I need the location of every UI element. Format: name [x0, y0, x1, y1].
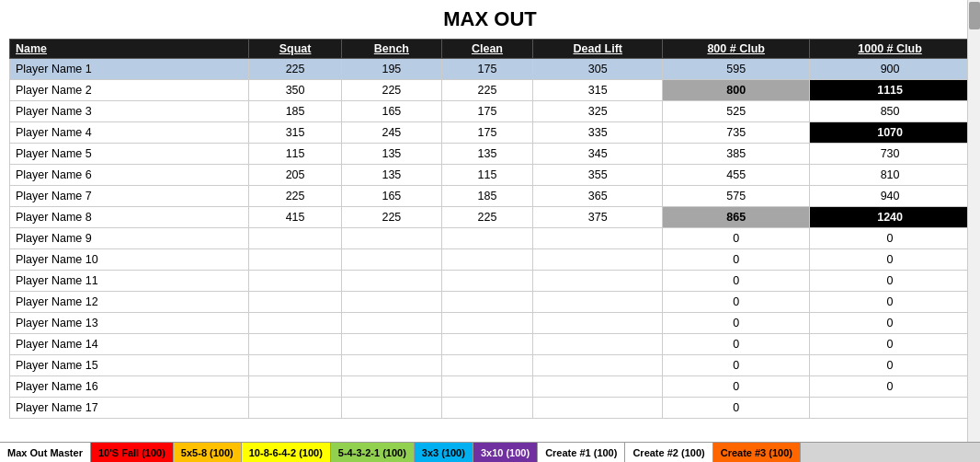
cell-bench[interactable]	[342, 376, 441, 398]
cell-squat[interactable]: 315	[249, 122, 342, 144]
table-row[interactable]: Player Name 1225195175305595900	[10, 59, 971, 80]
cell-deadlift[interactable]: 345	[533, 144, 663, 165]
cell-deadlift[interactable]: 325	[533, 101, 663, 122]
cell-800club[interactable]: 385	[663, 144, 810, 165]
cell-1000club[interactable]: 940	[810, 186, 971, 207]
cell-name[interactable]: Player Name 5	[10, 144, 249, 165]
cell-squat[interactable]	[249, 376, 342, 398]
cell-name[interactable]: Player Name 4	[10, 122, 249, 144]
cell-clean[interactable]: 175	[441, 59, 533, 80]
cell-squat[interactable]	[249, 334, 342, 355]
tab-create3[interactable]: Create #3 (100)	[713, 443, 801, 462]
table-row[interactable]: Player Name 43152451753357351070	[10, 122, 971, 144]
cell-squat[interactable]	[249, 228, 342, 249]
cell-1000club[interactable]: 0	[810, 355, 971, 376]
cell-squat[interactable]	[249, 313, 342, 334]
cell-1000club[interactable]: 0	[810, 313, 971, 334]
table-row[interactable]: Player Name 1100	[10, 271, 971, 292]
cell-clean[interactable]	[441, 313, 533, 334]
cell-squat[interactable]	[249, 249, 342, 271]
table-row[interactable]: Player Name 1400	[10, 334, 971, 355]
cell-800club[interactable]: 455	[663, 165, 810, 186]
cell-name[interactable]: Player Name 6	[10, 165, 249, 186]
cell-squat[interactable]: 225	[249, 186, 342, 207]
cell-bench[interactable]	[342, 271, 441, 292]
cell-squat[interactable]: 115	[249, 144, 342, 165]
tab-create2[interactable]: Create #2 (100)	[625, 443, 712, 462]
cell-clean[interactable]	[441, 334, 533, 355]
cell-bench[interactable]	[342, 313, 441, 334]
cell-clean[interactable]	[441, 398, 533, 419]
cell-bench[interactable]: 245	[342, 122, 441, 144]
cell-1000club[interactable]: 0	[810, 249, 971, 271]
cell-deadlift[interactable]: 305	[533, 59, 663, 80]
cell-name[interactable]: Player Name 9	[10, 228, 249, 249]
tab-10sfall[interactable]: 10'S Fall (100)	[91, 443, 174, 462]
cell-800club[interactable]: 0	[663, 355, 810, 376]
table-row[interactable]: Player Name 1500	[10, 355, 971, 376]
tab-3x10[interactable]: 3x10 (100)	[473, 443, 538, 462]
cell-bench[interactable]	[342, 355, 441, 376]
cell-name[interactable]: Player Name 14	[10, 334, 249, 355]
cell-800club[interactable]: 800	[663, 80, 810, 101]
scrollbar[interactable]	[967, 0, 980, 442]
cell-1000club[interactable]: 730	[810, 144, 971, 165]
cell-clean[interactable]: 135	[441, 144, 533, 165]
cell-bench[interactable]: 195	[342, 59, 441, 80]
cell-bench[interactable]	[342, 398, 441, 419]
cell-squat[interactable]: 350	[249, 80, 342, 101]
cell-clean[interactable]	[441, 249, 533, 271]
cell-800club[interactable]: 0	[663, 271, 810, 292]
cell-bench[interactable]	[342, 334, 441, 355]
table-row[interactable]: Player Name 7225165185365575940	[10, 186, 971, 207]
table-row[interactable]: Player Name 1300	[10, 313, 971, 334]
cell-1000club[interactable]: 0	[810, 271, 971, 292]
cell-800club[interactable]: 0	[663, 398, 810, 419]
cell-1000club[interactable]: 0	[810, 334, 971, 355]
tab-5x58[interactable]: 5x5-8 (100)	[174, 443, 242, 462]
cell-800club[interactable]: 575	[663, 186, 810, 207]
cell-deadlift[interactable]	[533, 313, 663, 334]
cell-clean[interactable]: 225	[441, 207, 533, 228]
cell-name[interactable]: Player Name 11	[10, 271, 249, 292]
cell-bench[interactable]: 135	[342, 144, 441, 165]
tab-108642[interactable]: 10-8-6-4-2 (100)	[242, 443, 331, 462]
cell-1000club[interactable]: 1070	[810, 122, 971, 144]
cell-name[interactable]: Player Name 16	[10, 376, 249, 398]
cell-bench[interactable]: 165	[342, 186, 441, 207]
cell-deadlift[interactable]: 375	[533, 207, 663, 228]
cell-squat[interactable]	[249, 271, 342, 292]
cell-squat[interactable]	[249, 398, 342, 419]
cell-squat[interactable]: 205	[249, 165, 342, 186]
cell-clean[interactable]	[441, 228, 533, 249]
cell-1000club[interactable]: 810	[810, 165, 971, 186]
cell-1000club[interactable]: 0	[810, 228, 971, 249]
cell-clean[interactable]: 175	[441, 101, 533, 122]
cell-800club[interactable]: 0	[663, 292, 810, 313]
cell-1000club[interactable]: 1240	[810, 207, 971, 228]
cell-squat[interactable]: 415	[249, 207, 342, 228]
cell-name[interactable]: Player Name 7	[10, 186, 249, 207]
cell-name[interactable]: Player Name 13	[10, 313, 249, 334]
tab-maxout[interactable]: Max Out Master	[0, 443, 91, 462]
cell-deadlift[interactable]: 315	[533, 80, 663, 101]
tab-create1[interactable]: Create #1 (100)	[538, 443, 625, 462]
table-row[interactable]: Player Name 170	[10, 398, 971, 419]
cell-name[interactable]: Player Name 2	[10, 80, 249, 101]
cell-1000club[interactable]: 900	[810, 59, 971, 80]
cell-squat[interactable]: 225	[249, 59, 342, 80]
cell-deadlift[interactable]	[533, 228, 663, 249]
table-row[interactable]: Player Name 900	[10, 228, 971, 249]
cell-deadlift[interactable]	[533, 249, 663, 271]
cell-clean[interactable]: 175	[441, 122, 533, 144]
cell-800club[interactable]: 0	[663, 334, 810, 355]
cell-deadlift[interactable]	[533, 334, 663, 355]
cell-800club[interactable]: 735	[663, 122, 810, 144]
cell-deadlift[interactable]: 365	[533, 186, 663, 207]
cell-bench[interactable]: 225	[342, 207, 441, 228]
table-row[interactable]: Player Name 1000	[10, 249, 971, 271]
cell-800club[interactable]: 595	[663, 59, 810, 80]
table-row[interactable]: Player Name 1600	[10, 376, 971, 398]
cell-clean[interactable]	[441, 292, 533, 313]
tab-3x3[interactable]: 3x3 (100)	[415, 443, 473, 462]
